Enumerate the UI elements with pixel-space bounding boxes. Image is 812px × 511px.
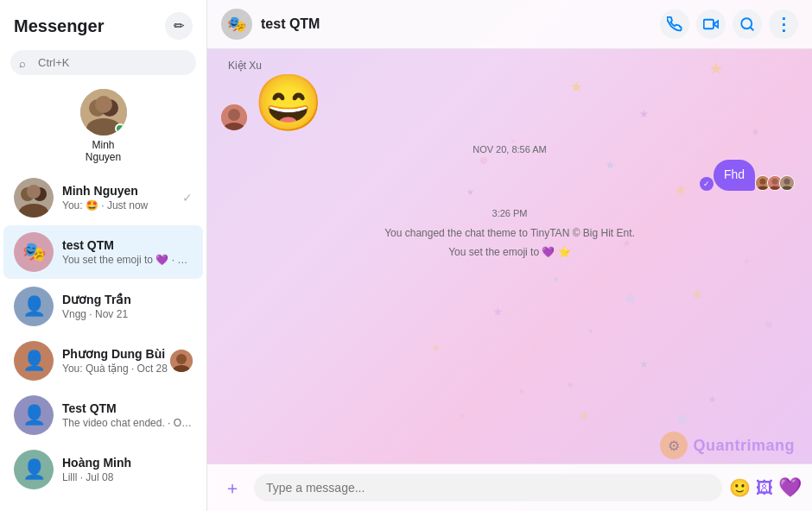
system-message: You changed the chat theme to TinyTAN © … <box>221 227 798 239</box>
message-row: 😄 <box>221 75 798 130</box>
conv-avatar: 👤 <box>14 341 54 381</box>
read-avatar <box>779 175 795 191</box>
svg-point-56 <box>783 178 790 184</box>
sticker-button[interactable]: 🖼 <box>756 478 773 498</box>
message-input[interactable] <box>254 474 722 502</box>
conv-preview: You: 🤩 · Just now <box>62 199 179 211</box>
conv-avatar <box>14 178 54 218</box>
conv-info: Test QTM The video chat ended. · Oct 14 <box>62 401 193 429</box>
messages-container: Kiệt Xu 😄 NOV 20, 8:56 AM Fhd ✓ <box>207 49 812 464</box>
chat-contact-name: test QTM <box>261 16 660 32</box>
conv-info: test QTM You set the emoji to 💜 · Just n… <box>62 238 193 266</box>
input-right-icons: 🙂 🖼 💜 <box>729 476 802 499</box>
read-check: ✓ <box>182 191 193 205</box>
like-heart-button[interactable]: 💜 <box>778 476 802 499</box>
timestamp: 3:26 PM <box>221 208 798 218</box>
conv-name: Dương Trần <box>62 293 193 306</box>
conversation-item[interactable]: 👤 Phương Dung Bùi You: Quà tặng · Oct 28 <box>3 334 203 388</box>
sidebar-header: Messenger ✏ <box>0 0 206 47</box>
msg-avatar <box>221 104 247 130</box>
conv-name: Test QTM <box>62 401 193 415</box>
phone-call-button[interactable] <box>660 9 689 39</box>
conv-name: test QTM <box>62 238 193 252</box>
svg-point-11 <box>176 354 187 364</box>
video-call-button[interactable] <box>696 9 726 39</box>
chat-area: ★ ★ ★ ★ ★ ★ ★ ★ ★ ★ ★ ★ ★ ★ ★ ★ ★ ★ ★ ★ … <box>207 0 812 511</box>
conversation-item[interactable]: 👤 Dương Trần Vngg · Nov 21 <box>3 280 203 333</box>
chat-input-bar: ＋ 🙂 🖼 💜 <box>207 464 812 511</box>
small-avatar <box>170 350 193 372</box>
online-indicator <box>115 123 125 134</box>
svg-line-45 <box>750 27 752 29</box>
svg-point-8 <box>27 185 41 199</box>
conv-info: Minh Nguyen You: 🤩 · Just now <box>62 184 179 211</box>
conv-info: Phương Dung Bùi You: Quà tặng · Oct 28 <box>62 347 170 375</box>
profile-avatar[interactable] <box>80 89 127 136</box>
conv-avatar: 👤 <box>14 450 54 489</box>
chat-header: 🎭 test QTM ⋮ <box>207 0 812 49</box>
search-icon: ⌕ <box>19 56 26 69</box>
search-chat-button[interactable] <box>733 9 762 39</box>
svg-point-50 <box>759 178 765 184</box>
conv-info: Dương Trần Vngg · Nov 21 <box>62 293 193 320</box>
message-row-right: Fhd ✓ <box>221 160 798 191</box>
conversations-list: Minh Nguyen You: 🤩 · Just now ✓ 🎭 test Q… <box>0 170 206 511</box>
conv-info: Hoàng Minh Lilll · Jul 08 <box>62 456 193 483</box>
read-receipt-check: ✓ <box>700 177 714 191</box>
conv-preview: Lilll · Jul 08 <box>62 471 193 483</box>
header-actions: ⋮ <box>660 9 798 39</box>
conv-name: Hoàng Minh <box>62 456 193 470</box>
conversation-item[interactable]: Minh Nguyen You: 🤩 · Just now ✓ <box>3 171 203 224</box>
profile-name: MinhNguyen <box>86 139 121 163</box>
conversation-item[interactable]: 👤 Hoàng Minh Lilll · Jul 08 <box>3 443 203 496</box>
search-input[interactable] <box>10 50 196 75</box>
svg-point-47 <box>228 109 240 121</box>
conv-preview: Vngg · Nov 21 <box>62 308 193 320</box>
svg-point-53 <box>771 178 777 184</box>
emoji-button[interactable]: 🙂 <box>729 477 751 498</box>
conversation-item-active[interactable]: 🎭 test QTM You set the emoji to 💜 · Just… <box>3 225 203 279</box>
conversation-item[interactable]: 👤 Test QTM The video chat ended. · Oct 1… <box>3 388 203 442</box>
conv-name: Phương Dung Bùi <box>62 347 170 361</box>
svg-point-3 <box>95 96 112 113</box>
more-options-button[interactable]: ⋮ <box>769 9 798 39</box>
timestamp: NOV 20, 8:56 AM <box>221 144 798 155</box>
conv-name: Minh Nguyen <box>62 184 179 198</box>
conv-avatar: 👤 <box>14 287 54 326</box>
sender-name: Kiệt Xu <box>228 60 798 72</box>
system-message: You set the emoji to 💜 ⭐ <box>221 246 798 258</box>
search-bar: ⌕ <box>10 50 196 75</box>
svg-rect-43 <box>704 20 714 29</box>
conv-preview: The video chat ended. · Oct 14 <box>62 417 193 429</box>
compose-button[interactable]: ✏ <box>165 12 193 40</box>
conv-preview: You set the emoji to 💜 · Just now <box>62 254 193 266</box>
sidebar: Messenger ✏ ⌕ MinhNguyen <box>0 0 207 511</box>
profile-section: MinhNguyen <box>0 82 206 170</box>
conv-avatar: 🎭 <box>14 232 54 272</box>
big-emoji: 😄 <box>254 75 323 130</box>
message-bubble: Fhd <box>714 160 755 191</box>
sidebar-title: Messenger <box>14 16 105 36</box>
add-attachment-button[interactable]: ＋ <box>218 473 247 502</box>
conv-preview: You: Quà tặng · Oct 28 <box>62 363 170 375</box>
conv-avatar: 👤 <box>14 395 54 435</box>
chat-header-avatar: 🎭 <box>221 9 252 40</box>
compose-icon: ✏ <box>174 18 185 34</box>
read-receipts <box>755 175 795 191</box>
